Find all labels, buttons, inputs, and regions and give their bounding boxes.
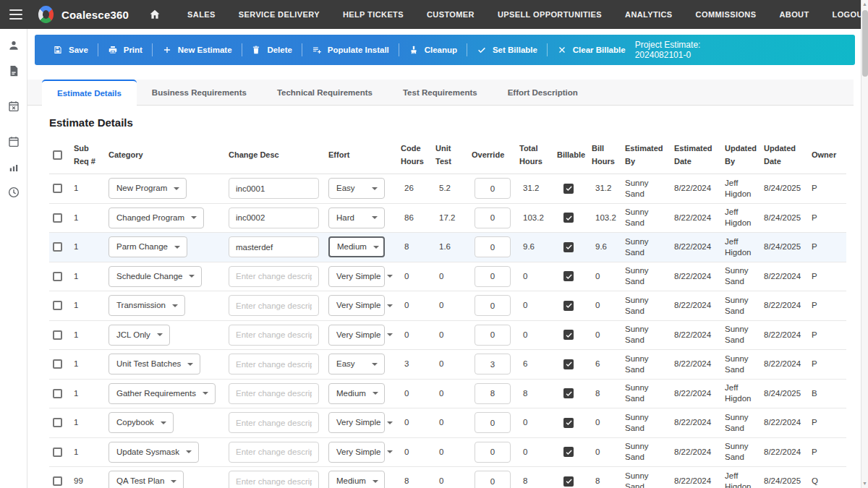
row-checkbox[interactable] bbox=[53, 330, 62, 340]
nav-item-service-delivery[interactable]: SERVICE DELIVERY bbox=[239, 10, 320, 19]
clock-icon[interactable] bbox=[7, 186, 20, 199]
effort-select[interactable]: Very Simple bbox=[328, 325, 385, 346]
change-desc-input[interactable] bbox=[229, 354, 319, 374]
change-desc-input[interactable] bbox=[229, 383, 319, 404]
row-checkbox[interactable] bbox=[53, 272, 62, 281]
category-select[interactable]: QA Test Plan bbox=[109, 471, 184, 488]
tab-business-requirements[interactable]: Business Requirements bbox=[137, 80, 262, 105]
row-checkbox[interactable] bbox=[53, 301, 62, 310]
effort-select[interactable]: Very Simple bbox=[328, 412, 385, 433]
override-input[interactable] bbox=[475, 236, 511, 257]
cleanup-button[interactable]: Cleanup bbox=[399, 35, 467, 65]
clear-billable-button[interactable]: Clear Billable bbox=[548, 35, 635, 65]
effort-select[interactable]: Medium bbox=[328, 383, 385, 404]
select-all-checkbox[interactable] bbox=[53, 150, 62, 160]
billable-checkbox[interactable] bbox=[563, 330, 574, 340]
category-select[interactable]: Gather Requirements bbox=[109, 383, 216, 404]
change-desc-input[interactable] bbox=[229, 207, 319, 228]
effort-select[interactable]: Very Simple bbox=[328, 266, 385, 287]
row-checkbox[interactable] bbox=[53, 359, 62, 369]
change-desc-input[interactable] bbox=[229, 442, 319, 463]
billable-checkbox[interactable] bbox=[563, 476, 574, 487]
override-input[interactable] bbox=[475, 325, 511, 346]
scroll-up-icon[interactable]: ▲ bbox=[861, 1, 868, 7]
nav-item-sales[interactable]: SALES bbox=[187, 10, 216, 19]
override-input[interactable] bbox=[475, 266, 511, 287]
person-icon[interactable] bbox=[7, 39, 20, 52]
override-input[interactable] bbox=[475, 295, 511, 316]
category-select[interactable]: Changed Program bbox=[109, 207, 204, 228]
category-select[interactable]: Parm Change bbox=[109, 236, 187, 257]
change-desc-input[interactable] bbox=[229, 412, 319, 433]
override-input[interactable] bbox=[475, 442, 511, 463]
row-checkbox[interactable] bbox=[53, 184, 62, 193]
document-icon[interactable] bbox=[7, 64, 20, 77]
nav-item-customer[interactable]: CUSTOMER bbox=[427, 10, 475, 19]
print-button[interactable]: Print bbox=[98, 35, 152, 65]
scrollbar-thumb[interactable] bbox=[862, 10, 868, 77]
effort-select[interactable]: Very Simple bbox=[328, 442, 385, 463]
override-input[interactable] bbox=[475, 412, 511, 433]
billable-checkbox[interactable] bbox=[563, 388, 574, 398]
effort-select[interactable]: Very Simple bbox=[328, 295, 385, 316]
override-input[interactable] bbox=[475, 354, 511, 374]
tab-estimate-details[interactable]: Estimate Details bbox=[42, 80, 137, 106]
calendar-icon[interactable] bbox=[7, 135, 20, 148]
billable-checkbox[interactable] bbox=[563, 271, 574, 281]
change-desc-input[interactable] bbox=[229, 178, 319, 199]
effort-select[interactable]: Easy bbox=[328, 354, 385, 374]
delete-button[interactable]: Delete bbox=[242, 35, 302, 65]
nav-item-help-tickets[interactable]: HELP TICKETS bbox=[343, 10, 404, 19]
effort-select[interactable]: Easy bbox=[328, 178, 385, 199]
category-select[interactable]: New Program bbox=[109, 178, 187, 199]
effort-select[interactable]: Medium bbox=[328, 236, 385, 257]
vertical-scrollbar[interactable]: ▲ ▼ bbox=[861, 0, 868, 488]
tab-test-requirements[interactable]: Test Requirements bbox=[388, 80, 493, 105]
billable-checkbox[interactable] bbox=[563, 447, 574, 457]
row-checkbox[interactable] bbox=[53, 418, 62, 427]
billable-checkbox[interactable] bbox=[563, 213, 574, 223]
category-select[interactable]: Unit Test Batches bbox=[109, 354, 200, 374]
nav-item-commissions[interactable]: COMMISSIONS bbox=[696, 10, 757, 19]
effort-select[interactable]: Medium bbox=[328, 471, 385, 488]
override-input[interactable] bbox=[475, 471, 511, 488]
row-checkbox[interactable] bbox=[53, 213, 62, 223]
change-desc-input[interactable] bbox=[229, 325, 319, 346]
billable-checkbox[interactable] bbox=[563, 359, 574, 369]
category-select[interactable]: Transmission bbox=[109, 295, 185, 316]
row-checkbox[interactable] bbox=[53, 242, 62, 252]
change-desc-input[interactable] bbox=[229, 236, 319, 257]
row-checkbox[interactable] bbox=[53, 448, 62, 457]
billable-checkbox[interactable] bbox=[563, 301, 574, 311]
category-select[interactable]: Copybook bbox=[109, 412, 174, 433]
tab-effort-description[interactable]: Effort Description bbox=[493, 80, 593, 105]
change-desc-input[interactable] bbox=[229, 266, 319, 287]
populate-install-button[interactable]: Populate Install bbox=[302, 35, 399, 65]
nav-item-upsell-opportunities[interactable]: UPSELL OPPORTUNITIES bbox=[498, 10, 602, 19]
billable-checkbox[interactable] bbox=[563, 242, 574, 252]
category-select[interactable]: Schedule Change bbox=[109, 266, 202, 287]
set-billable-button[interactable]: Set Billable bbox=[467, 35, 547, 65]
effort-select[interactable]: Hard bbox=[328, 207, 385, 228]
row-checkbox[interactable] bbox=[53, 389, 62, 398]
menu-icon[interactable] bbox=[9, 9, 22, 20]
category-select[interactable]: Update Sysmask bbox=[109, 442, 199, 463]
row-checkbox[interactable] bbox=[53, 476, 62, 486]
override-input[interactable] bbox=[475, 178, 511, 199]
bar-chart-icon[interactable] bbox=[7, 160, 20, 174]
home-icon[interactable] bbox=[148, 8, 161, 21]
scroll-down-icon[interactable]: ▼ bbox=[861, 481, 868, 486]
new-estimate-button[interactable]: New Estimate bbox=[153, 35, 242, 65]
calendar-busy-icon[interactable] bbox=[7, 100, 20, 113]
billable-checkbox[interactable] bbox=[563, 418, 574, 428]
tab-technical-requirements[interactable]: Technical Requirements bbox=[262, 80, 388, 105]
nav-item-analytics[interactable]: ANALYTICS bbox=[625, 10, 673, 19]
save-button[interactable]: Save bbox=[43, 35, 98, 65]
change-desc-input[interactable] bbox=[229, 295, 319, 316]
override-input[interactable] bbox=[475, 207, 511, 228]
category-select[interactable]: JCL Only bbox=[109, 325, 170, 346]
nav-item-about[interactable]: ABOUT bbox=[779, 10, 809, 19]
change-desc-input[interactable] bbox=[229, 471, 319, 488]
billable-checkbox[interactable] bbox=[563, 184, 574, 194]
override-input[interactable] bbox=[475, 383, 511, 404]
